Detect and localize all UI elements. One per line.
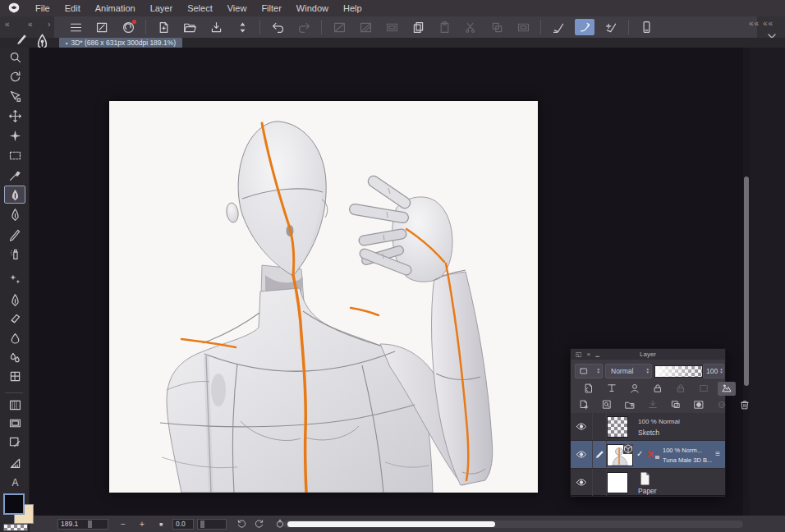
opacity-slider[interactable] (654, 365, 703, 378)
panel-close-icon[interactable]: × (587, 349, 591, 360)
horizontal-scrollbar[interactable] (283, 521, 743, 528)
open-file-button[interactable] (180, 19, 200, 35)
menu-item-help[interactable]: Help (336, 0, 370, 16)
tool-brush[interactable] (4, 225, 25, 243)
layer-panel-header[interactable]: ◱ × ▁ Layer (571, 349, 725, 360)
transfer-to-lower-layer-button[interactable] (644, 398, 662, 412)
menu-item-view[interactable]: View (220, 0, 255, 16)
tool-pen[interactable] (4, 186, 25, 204)
clear-button[interactable] (329, 19, 349, 35)
tool-auto-select[interactable] (4, 126, 25, 144)
fit-to-screen-button[interactable]: ■ (154, 521, 168, 527)
rotation-value-field[interactable]: 0.0 (172, 519, 194, 530)
tool-figure[interactable] (4, 433, 25, 451)
rotation-slider-handle[interactable] (200, 521, 204, 528)
scale-rotate-button[interactable] (382, 19, 402, 35)
new-layer-folder-button[interactable] (621, 398, 639, 412)
tool-paint[interactable] (4, 348, 25, 366)
palette-color-combo[interactable]: ▲▼ (575, 364, 603, 378)
foreground-color-swatch[interactable] (3, 493, 25, 515)
collapse-right-icons[interactable]: «« «« (749, 19, 774, 28)
blend-mode-select[interactable]: Normal ▲▼ (605, 364, 652, 378)
collapse-left2-icon[interactable]: « (28, 20, 34, 29)
tool-move[interactable] (4, 107, 25, 125)
fill-button[interactable] (356, 19, 375, 35)
menu-item-layer[interactable]: Layer (143, 0, 181, 16)
tool-airbrush[interactable] (4, 245, 25, 263)
new-file-button[interactable] (154, 19, 173, 35)
tool-eraser[interactable] (4, 310, 25, 328)
opacity-field[interactable]: 100 ▲▼ (703, 364, 724, 378)
snap-to-special-ruler-button[interactable] (575, 19, 594, 35)
document-tab[interactable]: • 3D* (686 x 631px 300dpi 189.1%) (59, 38, 182, 48)
menu-item-edit[interactable]: Edit (57, 0, 88, 16)
border-effect-button[interactable] (513, 19, 533, 35)
combine-to-lower-layer-button[interactable] (667, 398, 685, 412)
panel-dock-icon[interactable]: ◱ (576, 349, 582, 360)
document-canvas[interactable] (109, 101, 538, 493)
tablet-mode-button[interactable] (636, 19, 656, 35)
workspace-button[interactable] (92, 19, 112, 35)
paste-button[interactable] (434, 19, 454, 35)
tool-calligraphy-pen[interactable] (4, 205, 25, 223)
subtool-pen-icon[interactable] (16, 33, 28, 44)
merge-button[interactable] (487, 19, 507, 35)
menu-item-select[interactable]: Select (180, 0, 220, 16)
tool-frame[interactable] (4, 414, 25, 432)
apply-mask-button[interactable] (713, 398, 731, 412)
tool-gradient[interactable] (4, 396, 25, 414)
menu-item-filter[interactable]: Filter (254, 0, 288, 16)
select-source-button[interactable] (695, 382, 713, 396)
save-options-button[interactable] (232, 19, 252, 35)
tool-operation[interactable] (4, 87, 25, 105)
tool-ruler[interactable] (4, 453, 25, 471)
create-layer-mask-button[interactable] (690, 398, 708, 412)
tool-decoration[interactable] (4, 270, 25, 288)
tool-mixer-brush[interactable] (4, 291, 25, 309)
undo-button[interactable] (268, 19, 287, 35)
zoom-out-button[interactable]: − (117, 520, 130, 529)
tool-text[interactable]: A (4, 473, 25, 491)
horizontal-scrollbar-thumb[interactable] (287, 521, 495, 527)
rotate-cw-button[interactable] (255, 519, 268, 529)
tool-perspective-grid[interactable] (4, 367, 25, 385)
layer-row-paper[interactable]: Paper (571, 469, 725, 497)
lock-layer-button[interactable] (649, 382, 667, 396)
reference-layer-button[interactable] (626, 382, 644, 396)
zoom-value-field[interactable]: 189.1 (57, 519, 108, 530)
opacity-spinner[interactable]: ▲▼ (718, 368, 724, 374)
cut-button[interactable] (461, 19, 480, 35)
layer-row-3d-selected[interactable]: ✓ × 100 % Norm... Tuna Male 3D B... ≡ (571, 441, 725, 469)
redo-button[interactable] (294, 19, 314, 35)
rotation-slider[interactable] (197, 519, 227, 530)
layer-thumbnail-paper[interactable] (607, 472, 628, 493)
vertical-scrollbar-thumb[interactable] (744, 177, 749, 386)
delete-layer-button[interactable] (736, 398, 754, 412)
tool-selection[interactable] (4, 146, 25, 164)
new-raster-layer-button[interactable] (575, 398, 593, 412)
layer-thumbnail[interactable] (607, 416, 628, 438)
clip-to-layer-below-button[interactable] (580, 382, 598, 396)
snap-to-ruler-button[interactable] (549, 19, 568, 35)
menu-item-animation[interactable]: Animation (88, 0, 143, 16)
save-file-button[interactable] (206, 19, 226, 35)
rotate-ccw-button[interactable] (236, 519, 250, 529)
palette-color-spinner[interactable]: ▲▼ (595, 368, 602, 374)
tool-rotate-view[interactable] (4, 67, 25, 85)
main-menu-button[interactable] (66, 19, 85, 35)
tool-eyedropper[interactable] (4, 166, 25, 184)
layer-thumbnail-3d[interactable] (607, 444, 633, 466)
layer-menu-icon[interactable]: ≡ (715, 449, 720, 458)
transparent-color-swatch[interactable] (3, 524, 28, 531)
visibility-eye-icon[interactable] (571, 469, 593, 496)
menu-item-file[interactable]: File (28, 0, 57, 16)
layer-color-button[interactable] (718, 382, 736, 396)
ruler-guide-button[interactable] (603, 382, 621, 396)
visibility-eye-icon[interactable] (571, 413, 593, 440)
copy-button[interactable] (408, 19, 428, 35)
menu-item-window[interactable]: Window (289, 0, 336, 16)
lock-transparent-pixels-button[interactable] (672, 382, 690, 396)
new-vector-layer-button[interactable] (598, 398, 616, 412)
clip-studio-button[interactable] (118, 19, 138, 35)
expand-right-icon[interactable]: › (48, 20, 51, 29)
